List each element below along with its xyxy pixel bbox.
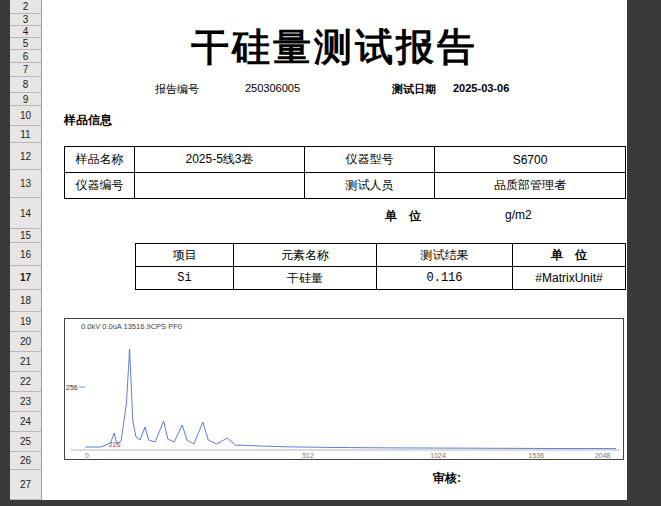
review-label[interactable]: 审核:: [433, 470, 461, 487]
x-tick-label-2048: 2048: [595, 452, 611, 459]
row-header-18[interactable]: 18: [10, 290, 41, 312]
result-header-item[interactable]: 项目: [136, 244, 234, 267]
row-header-3[interactable]: 3: [10, 14, 41, 26]
row-header-15[interactable]: 15: [10, 229, 41, 243]
row-header-22[interactable]: 22: [10, 372, 41, 392]
x-tick-label-512: 512: [302, 452, 314, 459]
row-header-14[interactable]: 14: [10, 198, 41, 229]
excel-window: 2345678910111213141516171819202122232425…: [0, 0, 661, 506]
report-no-value[interactable]: 250306005: [245, 82, 300, 94]
spectrum-svg: 0.0kV 0.0uA 13516.9CPS PF025605121024153…: [65, 319, 623, 459]
cell-sample-name-label[interactable]: 样品名称: [65, 147, 135, 173]
cell-instrument-no-label[interactable]: 仪器编号: [65, 173, 135, 199]
result-cell-item[interactable]: Si: [136, 267, 234, 290]
row-header-25[interactable]: 25: [10, 432, 41, 452]
cell-instrument-no-value[interactable]: [135, 173, 305, 199]
cell-sample-name-value[interactable]: 2025-5线3卷: [135, 147, 305, 173]
sample-info-heading[interactable]: 样品信息: [64, 112, 112, 129]
test-date-value[interactable]: 2025-03-06: [453, 82, 509, 94]
row-header-20[interactable]: 20: [10, 332, 41, 352]
result-cell-result[interactable]: 0.116: [377, 267, 513, 290]
x-tick-label-1024: 1024: [430, 452, 446, 459]
result-header-element[interactable]: 元素名称: [234, 244, 377, 267]
result-cell-unit[interactable]: #MatrixUnit#: [513, 267, 626, 290]
row-header-8[interactable]: 8: [10, 77, 41, 93]
report-title: 干硅量测试报告: [42, 22, 627, 73]
row-header-24[interactable]: 24: [10, 412, 41, 432]
result-header-result[interactable]: 测试结果: [377, 244, 513, 267]
report-no-label[interactable]: 报告编号: [155, 82, 199, 97]
result-table: 项目 元素名称 测试结果 单 位 Si 干硅量 0.116 #MatrixUni…: [135, 243, 626, 290]
row-header-16[interactable]: 16: [10, 243, 41, 266]
row-header-9[interactable]: 9: [10, 93, 41, 106]
row-header-10[interactable]: 10: [10, 106, 41, 126]
worksheet[interactable]: 干硅量测试报告 报告编号 250306005 测试日期 2025-03-06 样…: [42, 0, 627, 500]
row-header-21[interactable]: 21: [10, 352, 41, 372]
row-header-7[interactable]: 7: [10, 63, 41, 77]
cell-instrument-model-label[interactable]: 仪器型号: [305, 147, 435, 173]
row-header-5[interactable]: 5: [10, 38, 41, 50]
x-tick-label-0: 0: [85, 452, 89, 459]
unit-value[interactable]: g/m2: [505, 208, 532, 222]
test-date-label[interactable]: 测试日期: [392, 82, 436, 97]
spectrum-chart[interactable]: 0.0kV 0.0uA 13516.9CPS PF025605121024153…: [64, 318, 624, 460]
chart-header-text: 0.0kV 0.0uA 13516.9CPS PF0: [81, 322, 182, 331]
cell-instrument-model-value[interactable]: S6700: [435, 147, 626, 173]
row-header-27[interactable]: 27: [10, 470, 41, 500]
row-header-4[interactable]: 4: [10, 26, 41, 38]
cell-tester-label[interactable]: 测试人员: [305, 173, 435, 199]
x-tick-label-1536: 1536: [529, 452, 545, 459]
spectrum-line: [85, 349, 616, 449]
row-header-2[interactable]: 2: [10, 0, 41, 14]
sample-info-table: 样品名称 2025-5线3卷 仪器型号 S6700 仪器编号 测试人员 品质部管…: [64, 146, 626, 199]
unit-label[interactable]: 单 位: [385, 208, 421, 225]
row-header-26[interactable]: 26: [10, 452, 41, 470]
row-header-6[interactable]: 6: [10, 50, 41, 63]
result-header-unit[interactable]: 单 位: [513, 244, 626, 267]
row-header-13[interactable]: 13: [10, 170, 41, 198]
result-cell-element[interactable]: 干硅量: [234, 267, 377, 290]
y-tick-label: 256: [66, 384, 78, 391]
row-header-11[interactable]: 11: [10, 126, 41, 143]
row-header-17[interactable]: 17: [10, 266, 41, 290]
row-header-column: 2345678910111213141516171819202122232425…: [10, 0, 42, 500]
row-header-19[interactable]: 19: [10, 312, 41, 332]
row-header-23[interactable]: 23: [10, 392, 41, 412]
row-header-12[interactable]: 12: [10, 143, 41, 170]
cell-tester-value[interactable]: 品质部管理者: [435, 173, 626, 199]
